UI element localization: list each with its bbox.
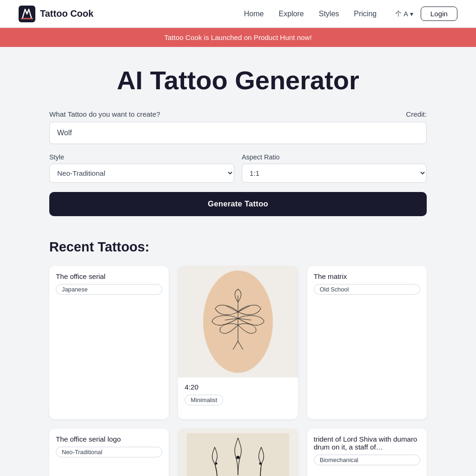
card-2-tag: Minimalist (185, 395, 223, 405)
nav-right: 个 A ▾ Login (395, 7, 457, 21)
navbar: Tattoo Cook Home Explore Styles Pricing … (0, 0, 476, 28)
card-4-title: The office serial logo (56, 435, 162, 443)
svg-point-13 (237, 456, 239, 459)
style-group: Style Neo-Traditional Japanese Minimalis… (49, 153, 234, 183)
form-header: What Tattoo do you want to create? Credi… (49, 110, 427, 118)
aspect-select[interactable]: 1:1 4:3 3:4 16:9 9:16 (242, 164, 427, 183)
banner-text: Tattoo Cook is Launched on Product Hunt … (164, 33, 311, 41)
card-1-title: The office serial (56, 272, 162, 280)
credit-label: Credit: (406, 110, 427, 118)
tattoo-prompt-input[interactable] (49, 122, 427, 144)
card-6-title: trident of Lord Shiva with dumaro drum o… (314, 435, 420, 451)
lang-icon: 个 (395, 9, 402, 18)
tattoo-image-2 (201, 268, 275, 375)
main-content: AI Tattoo Generator What Tattoo do you w… (38, 47, 438, 476)
nav-links: Home Explore Styles Pricing (244, 10, 377, 18)
aspect-group: Aspect Ratio 1:1 4:3 3:4 16:9 9:16 (242, 153, 427, 183)
card-6-tag: Biomechanical (314, 455, 420, 465)
selects-row: Style Neo-Traditional Japanese Minimalis… (49, 153, 427, 183)
tattoo-grid-row1: The office serial Japanese (49, 266, 427, 419)
tattoo-card-6: trident of Lord Shiva with dumaro drum o… (307, 429, 427, 476)
tattoo-card-1: The office serial Japanese (49, 266, 169, 419)
recent-tattoos-title: Recent Tattoos: (49, 239, 427, 255)
nav-styles[interactable]: Styles (319, 10, 339, 18)
style-label: Style (49, 153, 234, 161)
announcement-banner: Tattoo Cook is Launched on Product Hunt … (0, 28, 476, 47)
logo[interactable]: Tattoo Cook (19, 6, 93, 22)
generate-button[interactable]: Generate Tattoo (49, 192, 427, 216)
tattoo-image-5 (187, 433, 289, 476)
login-button[interactable]: Login (421, 7, 457, 21)
nav-pricing[interactable]: Pricing (354, 10, 377, 18)
card-4-tag: Neo-Traditional (56, 447, 162, 457)
tattoo-card-3: The matrix Old School (307, 266, 427, 419)
lang-label: A (403, 10, 408, 18)
language-button[interactable]: 个 A ▾ (395, 9, 413, 18)
page-title: AI Tattoo Generator (49, 66, 427, 95)
card-1-tag: Japanese (56, 284, 162, 295)
tattoo-card-4: The office serial logo Neo-Traditional (49, 429, 169, 476)
card-3-title: The matrix (314, 272, 420, 280)
prompt-label: What Tattoo do you want to create? (49, 110, 160, 118)
tattoo-card-5 (178, 429, 298, 476)
card-3-tag: Old School (314, 284, 420, 295)
nav-home[interactable]: Home (244, 10, 264, 18)
svg-point-14 (215, 463, 217, 464)
tattoo-grid-row2: The office serial logo Neo-Traditional (49, 429, 427, 476)
aspect-label: Aspect Ratio (242, 153, 427, 161)
logo-text: Tattoo Cook (40, 8, 93, 19)
logo-icon (19, 6, 35, 22)
tattoo-card-2: 4:20 Minimalist (178, 266, 298, 419)
svg-point-15 (259, 463, 261, 464)
nav-explore[interactable]: Explore (278, 10, 304, 18)
card-2-title: 4:20 (185, 383, 291, 391)
chevron-down-icon: ▾ (410, 10, 413, 18)
style-select[interactable]: Neo-Traditional Japanese Minimalist Old … (49, 164, 234, 183)
